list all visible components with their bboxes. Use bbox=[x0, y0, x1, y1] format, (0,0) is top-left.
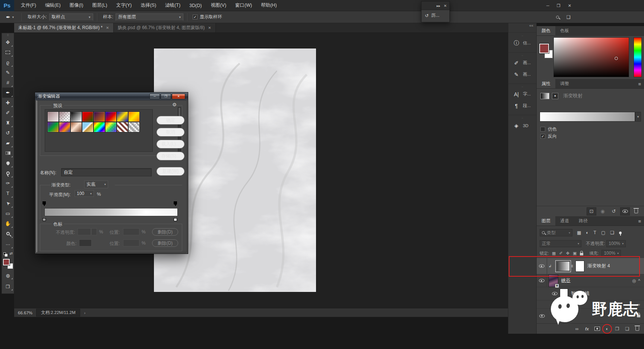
zoom-level[interactable]: 66.67% bbox=[18, 311, 32, 315]
tab-color[interactable]: 颜色 bbox=[537, 26, 555, 35]
preset-russet-stripes[interactable] bbox=[117, 122, 128, 132]
visibility-eye-icon[interactable] bbox=[539, 314, 545, 318]
eyedropper-tool[interactable]: ✒ bbox=[2, 88, 13, 98]
layer-mask-thumbnail[interactable] bbox=[575, 261, 584, 272]
menu-item-0[interactable]: 文件(F) bbox=[16, 2, 41, 9]
layer-row-gradient-map[interactable]: ↲ ∞ 渐变映射 4 bbox=[537, 258, 644, 274]
tab-channels[interactable]: 通道 bbox=[555, 216, 574, 226]
maximize-icon[interactable]: ❐ bbox=[161, 94, 171, 99]
menu-item-1[interactable]: 编辑(E) bbox=[41, 2, 65, 9]
show-ring-checkbox[interactable]: ✓ bbox=[193, 15, 198, 19]
zoom-tool[interactable] bbox=[2, 229, 13, 239]
hand-tool[interactable]: ✋ bbox=[2, 218, 13, 229]
lasso-tool[interactable]: ϱ bbox=[2, 57, 13, 67]
opacity-input[interactable]: 100%▾ bbox=[606, 240, 626, 247]
foreground-color-swatch[interactable] bbox=[539, 44, 549, 53]
filter-pixel-layers-icon[interactable]: ▦ bbox=[577, 230, 581, 235]
visibility-eye-icon[interactable] bbox=[552, 292, 558, 295]
rectangle-tool[interactable]: ▭ bbox=[2, 208, 13, 218]
tab-properties[interactable]: 属性 bbox=[537, 79, 555, 88]
panel-menu-icon[interactable]: ≡ bbox=[638, 218, 641, 224]
filter-shape-layers-icon[interactable]: ▢ bbox=[601, 230, 605, 235]
sample-size-select[interactable]: 取样点▾ bbox=[49, 13, 93, 21]
menu-item-10[interactable]: 帮助(H) bbox=[256, 2, 281, 9]
move-tool[interactable]: ✥ bbox=[2, 37, 13, 47]
document-tab-active[interactable]: 未标题-1 @ 66.7% (渐变映射 4, RGB/8#) * ✕ bbox=[14, 23, 114, 32]
adjustment-thumbnail[interactable] bbox=[557, 262, 569, 271]
cancel-button[interactable]: 取消 bbox=[157, 128, 184, 136]
gear-icon[interactable]: ⚙ bbox=[172, 102, 177, 107]
ok-button[interactable]: 确定 bbox=[157, 116, 184, 125]
dodge-tool[interactable] bbox=[2, 168, 13, 178]
dither-checkbox[interactable] bbox=[540, 127, 545, 132]
clip-to-layer-icon[interactable]: ⊡ bbox=[587, 207, 596, 216]
preset-orange-yellow-orange[interactable] bbox=[128, 111, 140, 122]
visibility-eye-icon[interactable] bbox=[539, 264, 544, 268]
save-button[interactable]: 存储(S)... bbox=[157, 152, 184, 160]
new-adjustment-layer-icon[interactable]: ◐ bbox=[604, 325, 610, 333]
smoothness-input[interactable]: 100▾ bbox=[75, 190, 94, 197]
workspace-icon[interactable]: ❑ bbox=[566, 15, 571, 20]
menu-item-4[interactable]: 文字(Y) bbox=[112, 2, 136, 9]
paragraph-panel[interactable]: ¶段... bbox=[508, 100, 536, 111]
preset-blue-yellow-blue[interactable] bbox=[117, 111, 128, 122]
filter-name[interactable]: 液化 bbox=[566, 301, 575, 308]
search-icon[interactable] bbox=[556, 16, 559, 19]
close-icon[interactable]: ✕ bbox=[172, 94, 185, 99]
menu-item-5[interactable]: 选择(S) bbox=[136, 2, 161, 9]
layer-name[interactable]: 峡谷 bbox=[561, 277, 571, 284]
layer-filter-select[interactable]: 类型 ▾ bbox=[540, 229, 572, 236]
new-layer-ic[interactable]: ❏ bbox=[624, 325, 630, 333]
layer-row-smart-object[interactable]: ▣ 峡谷 ◎ ^ bbox=[537, 274, 644, 287]
delete-adjustment-icon[interactable] bbox=[634, 209, 638, 213]
smart-filter-fx-icon[interactable]: ◎ bbox=[632, 278, 636, 283]
tab-layers[interactable]: 图层 bbox=[537, 216, 555, 226]
close-icon[interactable]: ✕ bbox=[106, 26, 109, 30]
color-cursor[interactable] bbox=[615, 57, 618, 60]
reverse-checkbox[interactable]: ✓ bbox=[540, 134, 545, 139]
foreground-color-swatch[interactable] bbox=[3, 259, 10, 265]
preset-copper[interactable] bbox=[70, 122, 82, 132]
toggle-visibility-eye-icon[interactable] bbox=[622, 210, 628, 213]
chevron-right-icon[interactable]: › bbox=[84, 311, 85, 315]
menu-item-8[interactable]: 视图(V) bbox=[206, 2, 231, 9]
info-panel[interactable]: ⓘ信... bbox=[508, 37, 536, 49]
gradient-map-preview[interactable] bbox=[540, 112, 635, 122]
filter-type-layers-icon[interactable]: T bbox=[594, 230, 596, 235]
menu-item-3[interactable]: 图层(L) bbox=[88, 2, 111, 9]
reset-icon[interactable]: ↺ bbox=[609, 207, 619, 216]
eraser-tool[interactable]: ▰ bbox=[2, 138, 13, 148]
saturation-brightness-field[interactable] bbox=[553, 37, 629, 77]
mask-target-icon[interactable]: ● bbox=[552, 93, 558, 99]
character-panel[interactable]: A|字... bbox=[508, 88, 536, 100]
add-layer-mask-icon-inner[interactable] bbox=[594, 327, 600, 331]
preset-red-green[interactable] bbox=[82, 111, 94, 122]
collapse-icon[interactable]: ^ bbox=[638, 278, 640, 283]
preset-black-white[interactable] bbox=[70, 111, 82, 122]
visibility-eye-icon[interactable] bbox=[539, 279, 544, 282]
menu-item-2[interactable]: 图像(I) bbox=[65, 2, 88, 9]
tab-paths[interactable]: 路径 bbox=[574, 216, 593, 226]
preset-spectrum[interactable] bbox=[94, 122, 105, 132]
maximize-icon[interactable]: ❐ bbox=[557, 3, 561, 8]
opacity-stop-left[interactable] bbox=[42, 201, 47, 206]
close-icon[interactable]: ✕ bbox=[208, 26, 211, 30]
close-icon[interactable]: ✕ bbox=[444, 4, 447, 8]
filter-pin-icon[interactable] bbox=[619, 232, 622, 234]
smart-filters-label[interactable]: 智能滤镜 bbox=[571, 290, 590, 297]
brush-settings-panel[interactable]: ✐画... bbox=[508, 57, 536, 69]
new-group-icon[interactable]: ❐ bbox=[614, 325, 620, 333]
layer-row-background[interactable] bbox=[537, 309, 644, 323]
quick-selection-tool[interactable]: ✎ bbox=[2, 67, 13, 78]
toolbar-grip[interactable]: ⠿ bbox=[7, 34, 9, 37]
layer-thumbnail[interactable]: ▣ bbox=[549, 274, 558, 287]
quick-mask-icon[interactable]: ◍ bbox=[2, 271, 13, 280]
history-panel-button[interactable]: ↺ 历... bbox=[422, 10, 449, 21]
preset-yellow-violet-orange-blue[interactable] bbox=[59, 122, 70, 132]
lock-transparent-pixels-icon[interactable]: ▦ bbox=[552, 251, 556, 256]
color-stop-left[interactable] bbox=[42, 218, 47, 223]
current-tool-chip[interactable]: ✒ ▾ bbox=[2, 14, 18, 20]
link-layers-icon[interactable]: ∞ bbox=[574, 325, 580, 333]
sample-select[interactable]: 所有图层▾ bbox=[116, 13, 183, 21]
lock-all-icon[interactable] bbox=[580, 253, 583, 255]
